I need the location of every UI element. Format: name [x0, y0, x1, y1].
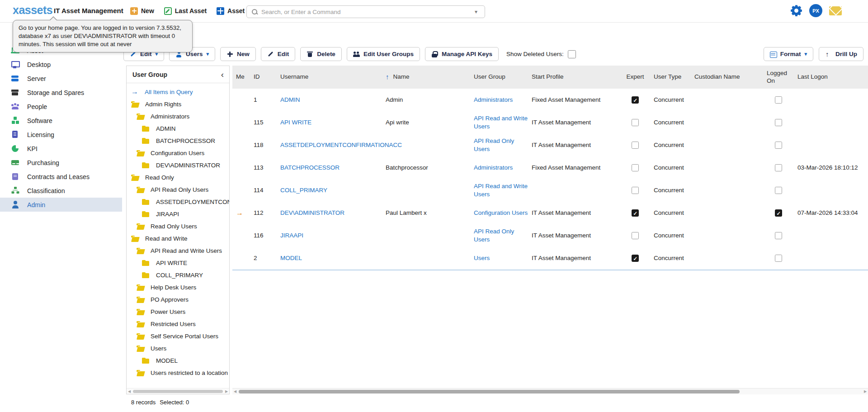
table-row[interactable]: 2 MODEL Users IT Asset Management Concur…: [232, 247, 868, 270]
show-deleted-users-checkbox[interactable]: [568, 50, 576, 58]
expert-checkbox[interactable]: [632, 96, 639, 104]
toolbar-button[interactable]: New: [220, 47, 256, 61]
username-link[interactable]: BATCHPROCESSOR: [280, 164, 340, 171]
logged-on-checkbox[interactable]: [775, 232, 782, 239]
tree-item[interactable]: ASSETDEPLOYMENTCONFIRMATIONACC: [127, 196, 229, 208]
scroll-right-icon[interactable]: [224, 389, 229, 393]
sidebar-item[interactable]: Software: [0, 114, 122, 128]
toolbar-button[interactable]: Edit: [261, 47, 296, 61]
tree-item[interactable]: BATCHPROCESSOR: [127, 135, 229, 147]
tree-item[interactable]: Restricted Users: [127, 318, 229, 330]
tree-item[interactable]: ADMIN: [127, 123, 229, 135]
tree-item[interactable]: Administrators: [127, 110, 229, 123]
collapse-panel-icon[interactable]: [221, 70, 224, 79]
sidebar-item[interactable]: Server: [0, 71, 122, 85]
tree-item[interactable]: All Items in Query: [127, 86, 229, 98]
col-header-name[interactable]: Name: [382, 73, 470, 81]
col-header-user-type[interactable]: User Type: [650, 73, 691, 81]
logged-on-checkbox[interactable]: [775, 164, 782, 171]
user-group-link[interactable]: Administrators: [474, 96, 513, 103]
table-row[interactable]: 115 API WRITE Api write API Read and Wri…: [232, 111, 868, 134]
user-group-link[interactable]: API Read Only Users: [474, 137, 514, 152]
header-nav-item[interactable]: Last Asset: [164, 4, 207, 18]
logged-on-checkbox[interactable]: [775, 187, 782, 194]
tree-item[interactable]: COLL_PRIMARY: [127, 269, 229, 281]
sidebar-item[interactable]: Admin: [0, 198, 122, 212]
table-row[interactable]: 116 JIRAAPI API Read Only Users IT Asset…: [232, 224, 868, 247]
col-header-username[interactable]: Username: [277, 73, 382, 81]
tree-item[interactable]: Self Service Portal Users: [127, 330, 229, 342]
header-nav-item[interactable]: New: [130, 4, 154, 18]
tree-item[interactable]: API Read Only Users: [127, 184, 229, 196]
table-scrollbar-thumb[interactable]: [239, 390, 740, 393]
tree-item[interactable]: API Read and Write Users: [127, 245, 229, 257]
logged-on-checkbox[interactable]: [775, 255, 782, 262]
sidebar-item[interactable]: Desktop: [0, 57, 122, 71]
expert-checkbox[interactable]: [632, 119, 639, 126]
username-link[interactable]: ASSETDEPLOYMENTCONFIRMATIONACC: [280, 142, 402, 148]
expert-checkbox[interactable]: [632, 164, 639, 171]
user-group-link[interactable]: API Read and Write Users: [474, 115, 528, 130]
username-link[interactable]: DEV\ADMINISTRATOR: [280, 209, 344, 216]
scroll-left-icon[interactable]: [232, 389, 238, 393]
logged-on-checkbox[interactable]: [775, 96, 782, 104]
tree-item[interactable]: JIRAAPI: [127, 208, 229, 220]
tree-item[interactable]: Users: [127, 342, 229, 355]
col-header-me[interactable]: Me: [232, 73, 248, 81]
sidebar-item[interactable]: Licensing: [0, 128, 122, 142]
tree-item[interactable]: Power Users: [127, 306, 229, 318]
tree-scrollbar-thumb[interactable]: [133, 390, 223, 393]
tree-item[interactable]: API WRITE: [127, 257, 229, 269]
sidebar-item[interactable]: Storage and Spares: [0, 85, 122, 99]
user-group-link[interactable]: API Read and Write Users: [474, 183, 528, 198]
col-header-expert[interactable]: Expert: [620, 73, 650, 81]
expert-checkbox[interactable]: [632, 209, 639, 217]
user-group-link[interactable]: Administrators: [474, 164, 513, 171]
toolbar-button[interactable]: Delete: [300, 47, 342, 61]
expert-checkbox[interactable]: [632, 255, 639, 262]
col-header-logged-on[interactable]: Logged On: [763, 70, 794, 85]
sidebar-item[interactable]: Purchasing: [0, 156, 122, 170]
sidebar-item[interactable]: KPI: [0, 142, 122, 156]
username-link[interactable]: API WRITE: [280, 119, 311, 126]
sidebar-item[interactable]: People: [0, 99, 122, 114]
username-link[interactable]: ADMIN: [280, 96, 300, 103]
username-link[interactable]: COLL_PRIMARY: [280, 187, 327, 194]
tree-item[interactable]: Read Only Users: [127, 220, 229, 232]
toolbar-button[interactable]: Edit User Groups: [347, 47, 420, 61]
expert-checkbox[interactable]: [632, 142, 639, 149]
logged-on-checkbox[interactable]: [775, 209, 782, 217]
tree-item[interactable]: Read Only: [127, 171, 229, 184]
col-header-id[interactable]: ID: [248, 73, 277, 81]
search-chevron-down-icon[interactable]: [475, 9, 477, 15]
global-search[interactable]: Search, or Enter a Command: [246, 5, 485, 18]
col-header-user-group[interactable]: User Group: [470, 73, 528, 81]
logged-on-checkbox[interactable]: [775, 119, 782, 126]
toolbar-button[interactable]: Manage API Keys: [425, 47, 499, 61]
col-header-custodian-name[interactable]: Custodian Name: [691, 73, 763, 81]
expert-checkbox[interactable]: [632, 187, 639, 194]
tree-item[interactable]: Read and Write: [127, 232, 229, 245]
logged-on-checkbox[interactable]: [775, 142, 782, 149]
logo[interactable]: xassets: [13, 4, 52, 17]
tree-item[interactable]: DEV\ADMINISTRATOR: [127, 159, 229, 171]
username-link[interactable]: MODEL: [280, 255, 302, 261]
table-horizontal-scrollbar[interactable]: [232, 388, 868, 394]
tree-horizontal-scrollbar[interactable]: [127, 388, 229, 394]
tree-item[interactable]: Help Desk Users: [127, 281, 229, 294]
user-avatar[interactable]: PX: [809, 4, 822, 17]
settings-gear-icon[interactable]: [790, 5, 802, 17]
scroll-right-icon[interactable]: [863, 389, 868, 393]
tree-item[interactable]: MODEL: [127, 355, 229, 367]
col-header-start-profile[interactable]: Start Profile: [528, 73, 620, 81]
user-group-link[interactable]: Configuration Users: [474, 209, 528, 216]
tree-item[interactable]: PO Approvers: [127, 294, 229, 306]
user-group-link[interactable]: API Read Only Users: [474, 228, 514, 243]
tree-item[interactable]: Configuration Users: [127, 147, 229, 159]
username-link[interactable]: JIRAAPI: [280, 232, 303, 239]
table-row[interactable]: 112 DEV\ADMINISTRATOR Paul Lambert x Con…: [232, 202, 868, 224]
drill-up-button[interactable]: Drill Up: [819, 47, 863, 61]
table-row[interactable]: 1 ADMIN Admin Administrators Fixed Asset…: [232, 89, 868, 111]
user-group-link[interactable]: Users: [474, 255, 490, 261]
tree-item[interactable]: Users restricted to a location: [127, 367, 229, 379]
